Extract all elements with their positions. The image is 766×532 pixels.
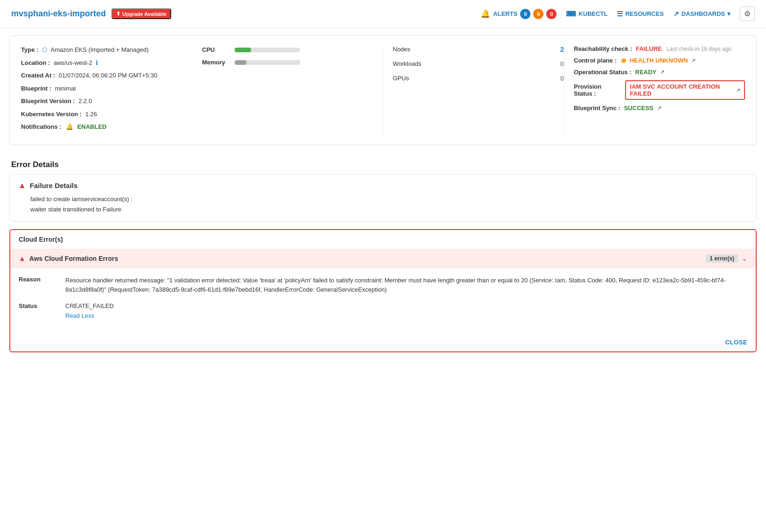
blueprint-version-label: Blueprint Version : <box>21 98 75 105</box>
nodes-value: 2 <box>560 45 564 53</box>
blueprint-version-value: 2.2.0 <box>78 98 92 105</box>
status-row: Status CREATE_FAILED Read Less <box>19 302 747 319</box>
upgrade-label: Upgrade Available <box>122 11 167 17</box>
chevron-down-icon[interactable]: ⌄ <box>742 255 747 262</box>
cluster-info-panel: Type : ⬡ Amazon EKS (Imported + Managed)… <box>9 35 757 145</box>
provision-row: Provision Status : IAM SVC ACCOUNT CREAT… <box>574 80 745 100</box>
dashboards-label: DASHBOARDS <box>682 10 725 17</box>
aws-cf-error-row[interactable]: ▲ Aws Cloud Formation Errors 1 error(s) … <box>10 249 756 268</box>
dashboards-icon: ↗ <box>673 10 679 18</box>
gpus-label: GPUs <box>393 75 409 82</box>
kubectl-nav-item[interactable]: ⌨ KUBECTL <box>566 10 607 18</box>
resources-icon: ☰ <box>617 10 623 18</box>
location-row: Location : aws/us-west-2 ℹ <box>21 58 193 68</box>
blueprint-row: Blueprint : minimal <box>21 84 193 93</box>
upgrade-badge[interactable]: ⬆ Upgrade Available <box>111 8 171 19</box>
k8s-version-row: Kubernetes Version : 1.26 <box>21 110 193 119</box>
cluster-name: mvsphani-eks-imported <box>11 9 106 19</box>
reachability-status: FAILURE <box>636 45 662 52</box>
created-label: Created At : <box>21 72 55 79</box>
aws-cf-errors-label: Aws Cloud Formation Errors <box>29 255 118 262</box>
control-plane-ext-icon[interactable]: ↗ <box>691 57 696 63</box>
upgrade-icon: ⬆ <box>116 11 120 17</box>
metadata-col: Type : ⬡ Amazon EKS (Imported + Managed)… <box>21 45 202 135</box>
status-col: Reachability check : FAILURE Last check-… <box>564 45 745 135</box>
notification-bell-icon: 🔔 <box>66 122 73 132</box>
header: mvsphani-eks-imported ⬆ Upgrade Availabl… <box>0 0 766 28</box>
failure-line2: waiter state transitioned to Failure <box>30 204 748 215</box>
metrics-col: Nodes 2 Workloads 0 GPUs 0 <box>383 45 564 135</box>
blueprint-value: minimal <box>55 85 76 92</box>
read-less-button[interactable]: Read Less <box>65 312 94 319</box>
cpu-bar-bg <box>235 48 300 52</box>
control-plane-status: HEALTH UNKNOWN <box>630 57 688 64</box>
failure-warning-icon: ▲ <box>18 181 26 190</box>
provision-ext-icon[interactable]: ↗ <box>736 87 740 93</box>
blueprint-sync-ext-icon[interactable]: ↗ <box>657 105 662 111</box>
reachability-row: Reachability check : FAILURE Last check-… <box>574 45 745 52</box>
alerts-label[interactable]: ALERTS <box>493 10 517 17</box>
resource-col: CPU Memory <box>202 45 383 135</box>
dashboards-chevron-icon: ▾ <box>727 10 731 17</box>
alert-badge-blue: 0 <box>520 9 530 19</box>
cpu-row: CPU <box>202 46 374 53</box>
blueprint-sync-label: Blueprint Sync : <box>574 105 620 112</box>
blueprint-version-row: Blueprint Version : 2.2.0 <box>21 97 193 106</box>
created-row: Created At : 01/07/2024, 06:06:20 PM GMT… <box>21 71 193 80</box>
created-value: 01/07/2024, 06:06:20 PM GMT+5:30 <box>59 72 157 79</box>
k8s-version-label: Kubernetes Version : <box>21 111 82 118</box>
location-value: aws/us-west-2 <box>54 59 92 66</box>
memory-label: Memory <box>202 59 230 66</box>
operational-ext-icon[interactable]: ↗ <box>660 69 664 75</box>
notifications-row: Notifications : 🔔 ENABLED <box>21 122 193 132</box>
nodes-label: Nodes <box>393 46 411 53</box>
provision-status: IAM SVC ACCOUNT CREATION FAILED <box>630 83 734 97</box>
bell-nav-icon: 🔔 <box>480 9 490 19</box>
alert-badge-red: 0 <box>546 9 557 19</box>
reachability-label: Reachability check : <box>574 45 632 52</box>
error-details-section-title: Error Details <box>0 153 766 174</box>
cloud-error-title: Cloud Error(s) <box>10 230 756 249</box>
nav-right: 🔔 ALERTS 0 0 0 ⌨ KUBECTL ☰ RESOURCES ↗ D… <box>480 7 755 21</box>
reason-label: Reason <box>19 276 51 283</box>
cloud-error-right: 1 error(s) ⌄ <box>706 254 747 263</box>
type-label: Type : <box>21 46 38 53</box>
gpus-row: GPUs 0 <box>393 74 564 82</box>
blueprint-label: Blueprint : <box>21 85 51 92</box>
health-dot-icon <box>621 58 626 63</box>
status-label: Status <box>19 302 51 309</box>
control-plane-row: Control plane : HEALTH UNKNOWN ↗ <box>574 57 745 64</box>
notifications-value: ENABLED <box>77 122 107 132</box>
status-value-group: CREATE_FAILED Read Less <box>65 302 114 319</box>
alert-badge-orange: 0 <box>533 9 543 19</box>
blueprint-sync-status: SUCCESS <box>624 105 654 112</box>
close-button[interactable]: CLOSE <box>725 339 747 346</box>
dashboards-nav-item[interactable]: ↗ DASHBOARDS ▾ <box>673 10 731 18</box>
failure-details-card: ▲ Failure Details failed to create iamse… <box>9 174 757 222</box>
k8s-version-value: 1.26 <box>85 111 97 118</box>
cpu-bar-fill <box>235 48 251 52</box>
workloads-label: Workloads <box>393 60 421 67</box>
gpus-value: 0 <box>560 74 564 82</box>
failure-header: ▲ Failure Details <box>18 181 748 190</box>
type-row: Type : ⬡ Amazon EKS (Imported + Managed) <box>21 45 193 55</box>
location-info-icon: ℹ <box>96 59 98 66</box>
aws-cf-warning-icon: ▲ <box>19 254 26 262</box>
aws-cf-error-left: ▲ Aws Cloud Formation Errors <box>19 254 118 262</box>
resources-nav-item[interactable]: ☰ RESOURCES <box>617 10 663 18</box>
control-plane-label: Control plane : <box>574 57 617 64</box>
failure-line1: failed to create iamserviceaccount(s) : <box>30 194 748 204</box>
resources-label: RESOURCES <box>625 10 663 17</box>
status-value: CREATE_FAILED <box>65 302 114 309</box>
reachability-detail: Last check-in 16 days ago <box>667 46 731 52</box>
failure-title: Failure Details <box>30 182 78 189</box>
memory-bar-fill <box>235 60 246 65</box>
cloud-error-details: Reason Resource handler returned message… <box>10 268 756 335</box>
nodes-row: Nodes 2 <box>393 45 564 53</box>
failure-text: failed to create iamserviceaccount(s) : … <box>18 194 748 215</box>
type-icon: ⬡ <box>42 46 47 53</box>
settings-button[interactable]: ⚙ <box>740 7 755 21</box>
kubectl-label: KUBECTL <box>578 10 607 17</box>
kubectl-icon: ⌨ <box>566 10 576 18</box>
memory-row: Memory <box>202 59 374 66</box>
